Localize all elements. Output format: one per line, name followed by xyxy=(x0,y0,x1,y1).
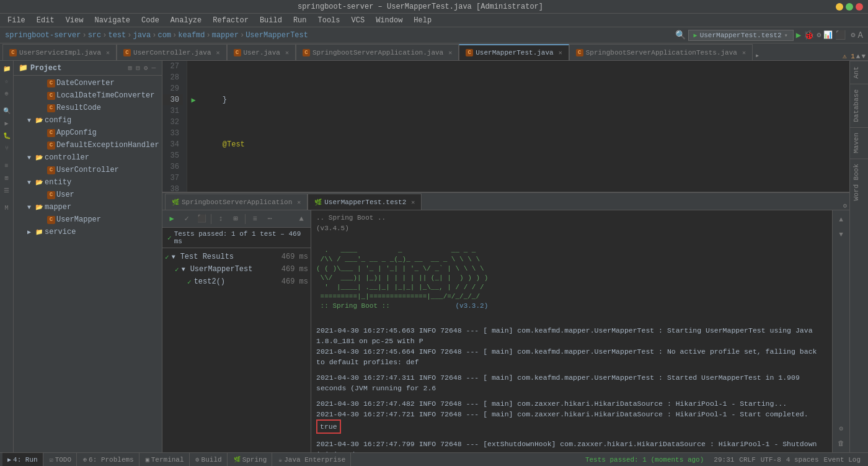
status-position[interactable]: 29:31 xyxy=(714,456,734,464)
menu-edit[interactable]: Edit xyxy=(32,15,60,26)
tree-item-defaultexceptionhandler[interactable]: C DefaultExceptionHandler xyxy=(14,139,162,151)
status-event-log[interactable]: Event Log xyxy=(824,456,861,464)
git-icon[interactable]: ⑂ xyxy=(1,143,12,154)
menu-help[interactable]: Help xyxy=(409,15,436,26)
tree-item-usermapper[interactable]: C UserMapper xyxy=(14,213,162,226)
tab-close-icon[interactable]: ✕ xyxy=(742,49,746,56)
run-expand-btn[interactable]: ⊞ xyxy=(229,212,242,226)
scroll-up-icon[interactable]: ▲ xyxy=(856,53,861,60)
run-stop-btn[interactable]: ⬛ xyxy=(195,212,208,226)
run-check-btn[interactable]: ✓ xyxy=(180,212,193,226)
tab-userserviceimpl[interactable]: C UserServiceImpl.java ✕ xyxy=(2,44,117,60)
menu-analyze[interactable]: Analyze xyxy=(166,15,206,26)
breadcrumb-mapper[interactable]: mapper xyxy=(212,31,239,40)
tab-close-icon[interactable]: ✕ xyxy=(285,49,289,56)
tree-item-mapper[interactable]: ▼ 📂 mapper xyxy=(14,201,162,213)
run-button[interactable]: ▶ xyxy=(796,30,801,40)
panel-expand-icon[interactable]: ⊞ xyxy=(127,63,134,73)
menu-window[interactable]: Window xyxy=(371,15,407,26)
tree-item-dateconverter[interactable]: C DateConverter xyxy=(14,77,162,89)
close-button[interactable] xyxy=(856,3,863,11)
toolbar-todo-tab[interactable]: ☑ TODO xyxy=(45,453,77,467)
tab-springbootapptests[interactable]: C SpringbootServerApplicationTests.java … xyxy=(569,44,753,60)
database-panel-tab[interactable]: Database xyxy=(850,84,868,127)
test-case-test2[interactable]: ✓ test2() 469 ms xyxy=(162,276,311,288)
panel-settings-icon[interactable]: ⚙ xyxy=(143,63,149,73)
bottom-tab-close-icon2[interactable]: ✕ xyxy=(411,199,415,206)
breadcrumb-src[interactable]: src xyxy=(88,31,102,40)
output-scroll-down-btn[interactable]: ▼ xyxy=(835,228,848,241)
output-settings-btn[interactable]: ⚙ xyxy=(835,421,848,435)
scroll-down-icon[interactable]: ▼ xyxy=(861,53,866,60)
toolbar-javaee-tab[interactable]: ☕ Java Enterprise xyxy=(273,453,351,467)
breadcrumb-keafmd[interactable]: keafmd xyxy=(178,31,205,40)
breadcrumb-com[interactable]: com xyxy=(157,31,171,40)
structure-icon[interactable]: ≡ xyxy=(1,160,12,171)
toolbar-spring-tab[interactable]: 🌿 Spring xyxy=(229,453,273,467)
minimize-button[interactable] xyxy=(836,3,843,11)
status-charset[interactable]: UTF-8 xyxy=(761,456,781,464)
run-gutter-icon[interactable]: ▶ xyxy=(191,96,195,105)
bottom-tab-usermappertest[interactable]: 🌿 UserMapperTest.test2 ✕ xyxy=(308,194,422,210)
nav-back-icon[interactable]: 🔍 xyxy=(675,30,686,40)
tab-usercontroller[interactable]: C UserController.java ✕ xyxy=(117,44,226,60)
run-scroll-up-btn[interactable]: ▲ xyxy=(294,212,308,226)
test-results-root[interactable]: ✓ ▼ Test Results 469 ms xyxy=(162,251,311,263)
services-icon[interactable]: ☰ xyxy=(1,185,12,196)
menu-build[interactable]: Build xyxy=(255,15,287,26)
tab-user[interactable]: C User.java ✕ xyxy=(227,44,296,60)
test-suite[interactable]: ✓ ▼ UserMapperTest 469 ms xyxy=(162,263,311,276)
toolbar-build-tab[interactable]: ⚙ Build xyxy=(191,453,228,467)
ant-panel-tab[interactable]: Ant xyxy=(850,61,868,84)
tab-springbootapp[interactable]: C SpringbootServerApplication.java ✕ xyxy=(296,44,459,60)
scope-icon[interactable]: ⊕ xyxy=(1,88,12,99)
breadcrumb-project[interactable]: springboot-server xyxy=(5,31,81,40)
maximize-button[interactable] xyxy=(846,3,853,11)
tree-item-config[interactable]: ▼ 📂 config xyxy=(14,114,162,127)
menu-view[interactable]: View xyxy=(61,15,89,26)
panel-collapse-icon[interactable]: ⊟ xyxy=(135,63,141,73)
menu-vcs[interactable]: VCS xyxy=(347,15,370,26)
bookmark-icon[interactable]: ☆ xyxy=(1,76,12,87)
output-scroll-up-btn[interactable]: ▲ xyxy=(835,213,848,226)
settings-icon[interactable]: ⚙ xyxy=(851,30,855,40)
run-sidebar-icon[interactable]: ▶ xyxy=(1,118,12,129)
toolbar-run-tab[interactable]: ▶ 4: Run xyxy=(2,453,43,467)
coverage-button[interactable]: 📊 xyxy=(823,30,833,40)
menu-refactor[interactable]: Refactor xyxy=(208,15,254,26)
tree-item-user[interactable]: C User xyxy=(14,189,162,201)
menu-run[interactable]: Run xyxy=(288,15,312,26)
breadcrumb-class[interactable]: UserMapperTest xyxy=(246,31,308,40)
tree-item-appconfig[interactable]: C AppConfig xyxy=(14,127,162,139)
run-more-btn[interactable]: ⋯ xyxy=(263,212,277,226)
maven-panel-tab[interactable]: Maven xyxy=(850,127,868,158)
debug-sidebar-icon[interactable]: 🐛 xyxy=(1,130,12,141)
tree-item-localdatetimeconverter[interactable]: C LocalDateTimeConverter xyxy=(14,89,162,102)
code-editor[interactable]: 27 28 29 30 31 32 33 34 35 36 37 38 xyxy=(162,61,849,192)
maven-icon[interactable]: M xyxy=(1,202,12,213)
tab-close-icon[interactable]: ✕ xyxy=(559,49,562,56)
bottom-tab-close-icon[interactable]: ✕ xyxy=(297,199,301,206)
build-button[interactable]: ⚙ xyxy=(817,30,821,40)
word-book-panel-tab[interactable]: Word Book xyxy=(850,158,868,205)
tree-item-controller[interactable]: ▼ 📂 controller xyxy=(14,151,162,164)
menu-navigate[interactable]: Navigate xyxy=(89,15,135,26)
run-sort-btn[interactable]: ↕ xyxy=(214,212,228,226)
run-filter-btn[interactable]: ≡ xyxy=(248,212,262,226)
hierarchy-icon[interactable]: ⊞ xyxy=(1,173,12,184)
run-play-btn[interactable]: ▶ xyxy=(165,212,179,226)
translate-icon[interactable]: A xyxy=(858,30,863,40)
debug-button[interactable]: 🐞 xyxy=(804,30,814,40)
tab-close-icon[interactable]: ✕ xyxy=(216,49,219,56)
run-output[interactable]: .. Spring Boot .. (v3.4.5) . ____ _ __ _… xyxy=(311,210,832,452)
tree-item-resultcode[interactable]: C ResultCode xyxy=(14,102,162,114)
tab-close-icon[interactable]: ✕ xyxy=(106,49,110,56)
panel-close-icon[interactable]: — xyxy=(150,63,157,73)
tab-overflow-icon[interactable]: ▸ xyxy=(755,51,760,60)
tree-item-service[interactable]: ▶ 📁 service xyxy=(14,226,162,238)
tab-close-icon[interactable]: ✕ xyxy=(448,49,452,56)
menu-code[interactable]: Code xyxy=(136,15,164,26)
breadcrumb-test[interactable]: test xyxy=(108,31,126,40)
bottom-tab-springbootapp[interactable]: 🌿 SpringbootServerApplication ✕ xyxy=(165,194,308,210)
menu-file[interactable]: File xyxy=(2,15,30,26)
